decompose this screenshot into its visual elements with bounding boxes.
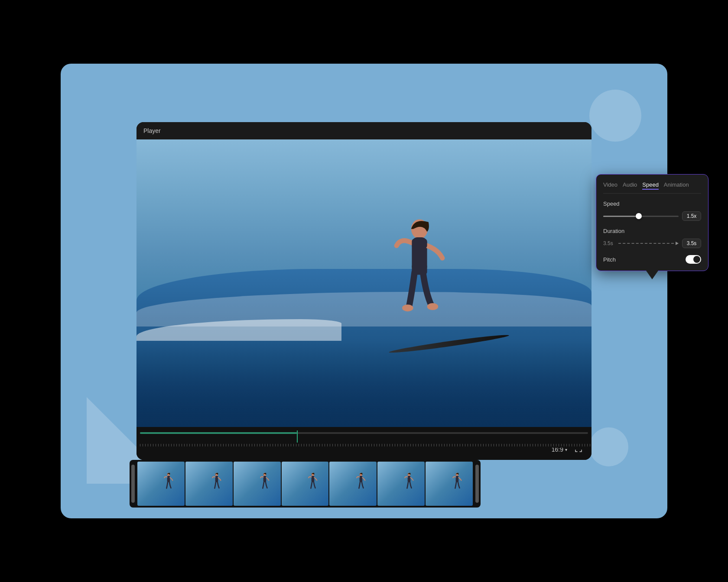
timeline-tick [322, 444, 322, 446]
timeline-tick [327, 444, 328, 446]
timeline-tick [213, 444, 213, 446]
timeline-tick [330, 444, 330, 446]
timeline-tick [527, 444, 528, 446]
timeline-tick [210, 444, 211, 446]
timeline-tick [150, 444, 151, 446]
timeline-tick [439, 444, 439, 446]
timeline-tick [566, 444, 567, 446]
timeline-tick [491, 444, 491, 446]
timeline-tick [335, 444, 335, 446]
timeline-tick [551, 444, 551, 446]
timeline-tick [478, 444, 478, 446]
timeline-tick [540, 444, 541, 446]
timeline-tick [195, 444, 195, 446]
tab-speed[interactable]: Speed [642, 181, 659, 190]
pitch-label: Pitch [603, 256, 616, 263]
duration-value: 3.5s [682, 239, 701, 248]
timeline-tick [205, 444, 205, 446]
timeline-tick [468, 444, 468, 446]
timeline-tick [218, 444, 218, 446]
timeline-tick [267, 444, 268, 446]
timeline-tick [501, 444, 502, 446]
svg-rect-7 [167, 476, 170, 482]
timeline-tick [379, 444, 380, 446]
timeline-tick [410, 444, 411, 446]
timeline-tick [304, 444, 304, 446]
timeline-tick [587, 444, 588, 446]
timeline-tick [288, 444, 289, 446]
tab-video[interactable]: Video [603, 181, 618, 190]
timeline-tick [171, 444, 172, 446]
timeline-tick [226, 444, 226, 446]
timeline-tick [364, 444, 364, 446]
filmstrip-frame [377, 462, 425, 506]
timeline-tick [163, 444, 164, 446]
pitch-toggle[interactable] [686, 255, 701, 264]
timeline-tick [517, 444, 517, 446]
timeline-tick [577, 444, 577, 446]
timeline-tick [353, 444, 354, 446]
svg-rect-17 [407, 476, 410, 482]
timeline-tick [400, 444, 400, 446]
timeline-tick [462, 444, 463, 446]
timeline-tick [509, 444, 510, 446]
timeline-bar[interactable] [136, 427, 592, 439]
timeline-tick [416, 444, 416, 446]
timeline-tick [340, 444, 341, 446]
duration-row: 3.5s 3.5s [603, 239, 701, 248]
speed-slider-thumb[interactable] [636, 213, 642, 219]
player-titlebar: Player [136, 122, 592, 139]
timeline-tick [374, 444, 374, 446]
timeline-tick [470, 444, 471, 446]
timeline-tick [236, 444, 237, 446]
player-window: Player [136, 122, 592, 460]
timeline-tick [325, 444, 325, 446]
speed-section: Speed 1.5x [603, 200, 701, 221]
duration-section: Duration 3.5s 3.5s [603, 228, 701, 248]
timeline-playhead[interactable] [297, 430, 298, 443]
timeline-tick [153, 444, 153, 446]
timeline-tick [449, 444, 450, 446]
timeline-tick [590, 444, 590, 446]
timeline-tick [156, 444, 156, 446]
timeline-tick [397, 444, 398, 446]
duration-line [617, 241, 679, 246]
timeline-tick [145, 444, 146, 446]
timeline-tick [234, 444, 234, 446]
timeline-tick [239, 444, 239, 446]
timeline-tick [361, 444, 361, 446]
timeline-tick [280, 444, 281, 446]
speed-slider-container[interactable] [603, 212, 679, 220]
duration-arrow-icon [676, 242, 679, 245]
timeline-tick [486, 444, 486, 446]
deco-shape-bottom-right [589, 427, 628, 466]
timeline-tick [431, 444, 432, 446]
deco-shape-top-right [589, 90, 641, 142]
panel-tabs: Video Audio Speed Animation [603, 181, 701, 194]
filmstrip-handle-left[interactable] [131, 465, 135, 503]
timeline-tick [301, 444, 302, 446]
filmstrip-frame [137, 462, 185, 506]
timeline-tick [522, 444, 523, 446]
timeline-tick [158, 444, 159, 446]
settings-panel: Video Audio Speed Animation Speed 1.5x [596, 174, 708, 271]
timeline-tick [434, 444, 434, 446]
timeline-tick [582, 444, 582, 446]
tab-audio[interactable]: Audio [623, 181, 637, 190]
timeline-tick [413, 444, 413, 446]
tab-animation[interactable]: Animation [664, 181, 689, 190]
timeline-tick [293, 444, 294, 446]
timeline-tick [314, 444, 315, 446]
timeline-track[interactable] [140, 432, 588, 434]
svg-rect-15 [360, 476, 363, 482]
timeline-tick [208, 444, 208, 446]
timeline-tick [254, 444, 255, 446]
timeline-tick [535, 444, 536, 446]
timeline-tick [192, 444, 192, 446]
timeline-tick [358, 444, 359, 446]
timeline-tick [197, 444, 198, 446]
timeline-tick [390, 444, 390, 446]
timeline-tick [286, 444, 286, 446]
filmstrip-handle-right[interactable] [475, 465, 479, 503]
timeline-tick [189, 444, 190, 446]
